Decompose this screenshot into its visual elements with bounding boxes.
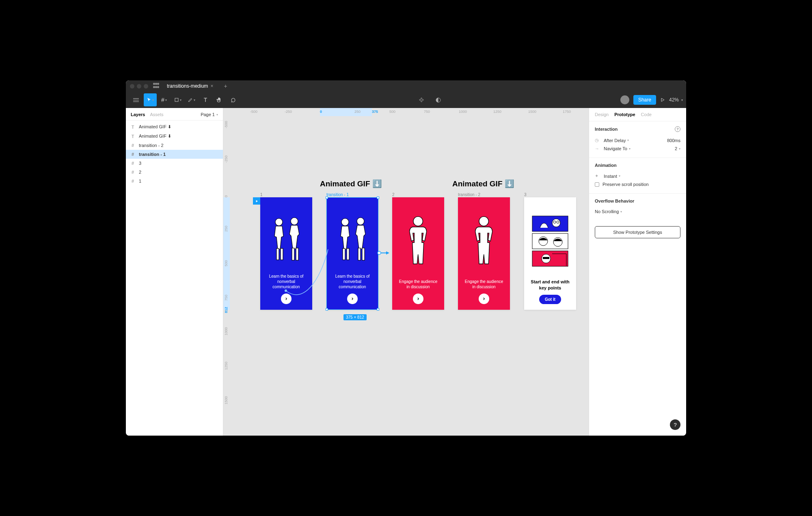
- action-row[interactable]: → Navigate To▾ 2▾: [595, 145, 680, 153]
- ruler-tick: 500: [389, 110, 395, 114]
- text-tool[interactable]: T: [199, 93, 212, 106]
- layer-row[interactable]: #2: [126, 168, 223, 177]
- frame-text: Learn the basics of nonverbal communicat…: [332, 274, 373, 289]
- hand-tool[interactable]: [213, 93, 226, 106]
- prototype-settings-button[interactable]: Show Prototype Settings: [595, 226, 680, 238]
- svg-point-21: [479, 216, 488, 226]
- frame-1[interactable]: Learn the basics of nonverbal communicat…: [260, 197, 312, 310]
- frame-label[interactable]: 2: [392, 192, 395, 197]
- menu-button[interactable]: [129, 93, 143, 106]
- svg-rect-15: [362, 248, 365, 260]
- flow-start-badge[interactable]: [253, 197, 260, 205]
- animation-section: Animation ✦ Instant▾ Preserve scroll pos…: [589, 158, 686, 194]
- ruler-tick: 1000: [459, 110, 467, 114]
- svg-rect-14: [358, 248, 361, 260]
- layer-name: transition - 1: [139, 152, 166, 157]
- heading-text: Animated GIF ⬇️: [320, 179, 382, 188]
- next-button[interactable]: [413, 294, 423, 304]
- arrow-icon: →: [595, 146, 600, 151]
- main-area: Layers Assets Page 1▾ TAnimated GIF ⬇TAn…: [126, 108, 686, 436]
- svg-rect-6: [292, 220, 297, 221]
- window-controls[interactable]: [130, 84, 148, 89]
- layer-type-icon: T: [130, 125, 136, 130]
- next-button[interactable]: [347, 294, 358, 304]
- comment-tool[interactable]: [227, 93, 240, 106]
- design-tab[interactable]: Design: [595, 112, 609, 117]
- canvas-content[interactable]: Animated GIF ⬇️ Animated GIF ⬇️ 1 Learn …: [230, 116, 589, 436]
- ruler-tick: 1750: [563, 110, 571, 114]
- layer-type-icon: #: [130, 179, 136, 184]
- ruler-tick: 250: [224, 226, 228, 232]
- present-button[interactable]: [660, 97, 665, 102]
- page-selector[interactable]: Page 1▾: [201, 112, 218, 117]
- section-heading: Overflow Behavior: [595, 199, 680, 203]
- layer-row[interactable]: #transition - 1: [126, 150, 223, 159]
- new-tab-button[interactable]: +: [220, 83, 230, 89]
- close-tab-icon[interactable]: ×: [210, 83, 213, 89]
- frame-text: Engage the audience in discussion: [398, 279, 438, 289]
- move-tool[interactable]: ▾: [144, 93, 157, 106]
- layer-row[interactable]: #transition - 2: [126, 141, 223, 150]
- figma-logo-icon: [153, 83, 160, 89]
- component-icon[interactable]: [415, 93, 428, 106]
- svg-rect-22: [532, 216, 568, 231]
- frame-2[interactable]: Engage the audience in discussion: [392, 197, 444, 310]
- layer-row[interactable]: #3: [126, 159, 223, 168]
- next-button[interactable]: [479, 294, 489, 304]
- next-button[interactable]: [281, 294, 292, 304]
- pen-tool[interactable]: ▾: [185, 93, 198, 106]
- frame-label[interactable]: transition - 2: [458, 192, 480, 197]
- prototype-tab[interactable]: Prototype: [614, 112, 635, 117]
- app-window: transitions-medium × + ▾ #▾ ▾ ▾ T Share …: [126, 80, 686, 436]
- preserve-scroll-row[interactable]: Preserve scroll position: [595, 180, 680, 188]
- user-avatar[interactable]: [620, 95, 629, 104]
- overflow-value-row[interactable]: No Scrolling▾: [595, 207, 680, 216]
- ruler-horizontal: -500-25002503755007501000125015001750: [230, 108, 589, 116]
- share-button[interactable]: Share: [633, 95, 656, 105]
- trigger-row[interactable]: ◷ After Delay▾ 800ms: [595, 136, 680, 145]
- prototype-arrow: [377, 250, 389, 256]
- layer-type-icon: #: [130, 143, 136, 148]
- left-panel-tabs: Layers Assets Page 1▾: [126, 108, 223, 121]
- frame-label[interactable]: 1: [260, 192, 263, 197]
- layers-tab[interactable]: Layers: [131, 112, 145, 117]
- shape-tool[interactable]: ▾: [171, 93, 184, 106]
- svg-rect-0: [175, 98, 178, 101]
- checkbox[interactable]: [595, 182, 599, 187]
- help-button[interactable]: ?: [670, 419, 680, 430]
- layer-row[interactable]: #1: [126, 177, 223, 186]
- illustration: [464, 203, 504, 279]
- canvas[interactable]: -500-25002503755007501000125015001750 81…: [223, 108, 589, 436]
- frame-label[interactable]: transition - 1: [326, 192, 349, 197]
- code-tab[interactable]: Code: [641, 112, 652, 117]
- section-heading: Animation: [595, 163, 680, 168]
- right-panel: Design Prototype Code Interaction ? ◷ Af…: [589, 108, 686, 436]
- layer-name: Animated GIF ⬇: [139, 124, 171, 130]
- ruler-tick: 250: [354, 110, 361, 114]
- frame-transition-2[interactable]: Engage the audience in discussion: [458, 197, 510, 310]
- left-panel: Layers Assets Page 1▾ TAnimated GIF ⬇TAn…: [126, 108, 223, 436]
- assets-tab[interactable]: Assets: [150, 112, 163, 117]
- help-icon[interactable]: ?: [675, 126, 680, 132]
- frame-label[interactable]: 3: [524, 192, 527, 197]
- ruler-tick: 1000: [224, 327, 228, 335]
- layer-row[interactable]: TAnimated GIF ⬇: [126, 132, 223, 141]
- ruler-tick: 0: [320, 110, 322, 114]
- svg-rect-31: [543, 257, 549, 259]
- layer-row[interactable]: TAnimated GIF ⬇: [126, 122, 223, 132]
- zoom-dropdown[interactable]: 42%▾: [669, 97, 683, 103]
- titlebar: transitions-medium × +: [126, 80, 686, 92]
- ruler-tick: -500: [224, 121, 228, 128]
- frame-transition-1[interactable]: Learn the basics of nonverbal communicat…: [326, 197, 378, 310]
- animation-type-row[interactable]: ✦ Instant▾: [595, 172, 680, 180]
- toolbar-right: Share 42%▾: [620, 95, 683, 105]
- frame-tool[interactable]: #▾: [158, 93, 171, 106]
- layer-name: 1: [139, 179, 141, 184]
- got-it-button[interactable]: Got it: [539, 295, 561, 304]
- mask-icon[interactable]: [432, 93, 445, 106]
- document-tab[interactable]: transitions-medium ×: [163, 82, 217, 91]
- frame-3[interactable]: Start and end with key points Got it: [524, 197, 576, 310]
- svg-marker-19: [386, 251, 389, 255]
- layer-type-icon: T: [130, 134, 136, 139]
- layer-type-icon: #: [130, 161, 136, 166]
